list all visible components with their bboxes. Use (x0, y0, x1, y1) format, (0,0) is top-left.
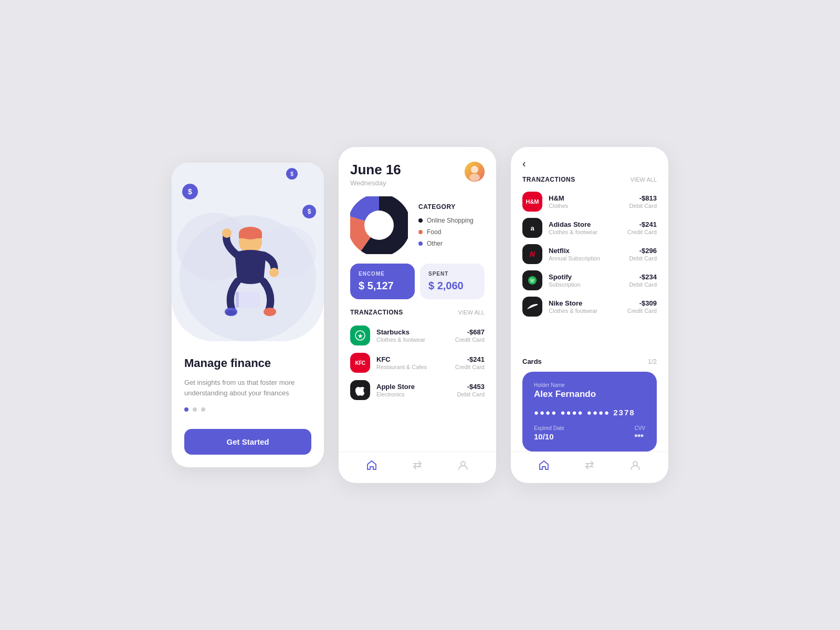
netflix-icon: N (522, 244, 542, 264)
transaction-item-spotify: Spotify Subscription -$234 Debit Card (522, 270, 657, 290)
adidas-amount: -$241 (627, 220, 657, 228)
view-all-link[interactable]: VIEW ALL (458, 309, 485, 316)
date-display: June 16 (350, 162, 401, 178)
coin-icon-3: $ (286, 168, 298, 180)
coin-icon-2: $ (302, 205, 316, 218)
hm-icon: H&M (522, 192, 542, 212)
svg-point-15 (469, 174, 480, 181)
apple-amounts: -$453 Debit Card (457, 383, 485, 397)
svg-rect-5 (239, 233, 262, 238)
svg-point-25 (633, 461, 637, 466)
screen2-dashboard: June 16 Wednesday (339, 147, 496, 483)
spotify-info: Spotify Subscription (549, 273, 623, 288)
netflix-name: Netflix (549, 247, 623, 255)
starbucks-sub: Clothes & footwear (376, 337, 449, 343)
expiry-block: Expired Date 10/10 (534, 425, 564, 441)
starbucks-info: Starbucks Clothes & footwear (376, 328, 449, 343)
income-label: ENCOME (359, 271, 406, 277)
spotify-sub: Subscription (549, 281, 623, 288)
income-amount: $ 5,127 (359, 280, 406, 292)
screen2-header: June 16 Wednesday (350, 162, 485, 187)
svg-rect-11 (236, 292, 260, 308)
card-number: ●●●● ●●●● ●●●● 2378 (534, 408, 645, 417)
nav-transfer-icon[interactable] (412, 459, 423, 474)
chart-legend: CATEGORY Online Shopping Food Other (418, 203, 474, 247)
s3-nav-profile-icon[interactable] (629, 459, 641, 474)
svg-rect-12 (236, 292, 239, 308)
transaction-item-apple: Apple Store Electronics -$453 Debit Card (350, 380, 485, 400)
svg-point-10 (226, 310, 236, 316)
starbucks-icon: ★ (350, 326, 370, 345)
nike-method: Credit Card (627, 308, 657, 314)
hm-method: Debit Card (629, 203, 657, 209)
cvv-label: CVV (634, 425, 645, 431)
screen2-content: June 16 Wednesday (339, 147, 496, 452)
apple-icon (350, 380, 370, 400)
kfc-info: KFC Restaurant & Cafes (376, 355, 449, 370)
nike-info: Nike Store Clothes & footwear (549, 299, 621, 314)
card-bottom-row: Expired Date 10/10 CVV *** (534, 425, 645, 441)
screen1-text-area: Manage finance Get insights from us that… (172, 341, 324, 467)
transaction-item-hm: H&M H&M Clothes -$813 Debit Card (522, 192, 657, 212)
kfc-icon: KFC (350, 353, 370, 373)
back-button[interactable]: ‹ (522, 158, 538, 170)
hm-amount: -$813 (629, 194, 657, 202)
spotify-method: Debit Card (629, 281, 657, 288)
svg-text:★: ★ (358, 333, 363, 339)
screens-container: $ $ $ (140, 116, 700, 514)
nike-amount: -$309 (627, 299, 657, 307)
kfc-amount: -$241 (455, 355, 485, 363)
transactions-header: TRANZACTIONS VIEW ALL (350, 309, 485, 316)
holder-label: Holder Name (534, 382, 645, 388)
date-block: June 16 Wednesday (350, 162, 401, 187)
s3-transactions-header: TRANZACTIONS VIEW ALL (522, 176, 657, 183)
bottom-nav-screen3 (511, 452, 668, 483)
nav-profile-icon[interactable] (457, 459, 469, 474)
dot-1 (184, 407, 188, 412)
s3-transaction-list: H&M H&M Clothes -$813 Debit Card a (522, 192, 657, 350)
expiry-value: 10/10 (534, 432, 564, 441)
adidas-sub: Clothes & footwear (549, 229, 621, 235)
s3-nav-transfer-icon[interactable] (584, 459, 595, 474)
spotify-amount: -$234 (629, 273, 657, 281)
legend-label-1: Food (427, 228, 441, 236)
day-display: Wednesday (350, 179, 401, 187)
transaction-item-kfc: KFC KFC Restaurant & Cafes -$241 Credit … (350, 353, 485, 373)
adidas-icon: a (522, 218, 542, 238)
get-started-button[interactable]: Get Started (184, 429, 311, 455)
adidas-method: Credit Card (627, 229, 657, 235)
hm-amounts: -$813 Debit Card (629, 194, 657, 209)
s3-view-all[interactable]: VIEW ALL (631, 176, 657, 183)
nike-name: Nike Store (549, 299, 621, 307)
nav-home-icon[interactable] (366, 459, 377, 474)
s3-nav-home-icon[interactable] (538, 459, 550, 474)
pie-chart (350, 196, 408, 254)
nike-sub: Clothes & footwear (549, 308, 621, 314)
adidas-info: Adidas Store Clothes & footwear (549, 220, 621, 235)
income-card: ENCOME $ 5,127 (350, 264, 415, 299)
hero-figure (198, 213, 298, 336)
apple-sub: Electronics (376, 391, 450, 397)
starbucks-amounts: -$687 Credit Card (455, 328, 485, 343)
s3-transactions-title: TRANZACTIONS (522, 176, 575, 183)
user-avatar[interactable] (465, 162, 485, 182)
spent-card: SPENT $ 2,060 (420, 264, 485, 299)
svg-point-6 (222, 228, 232, 238)
coin-icon-1: $ (182, 184, 198, 200)
cards-count: 1/2 (648, 358, 657, 365)
nike-icon (522, 297, 542, 317)
hero-illustration: $ $ $ (172, 163, 324, 341)
hm-name: H&M (549, 194, 623, 202)
pagination-dots (184, 407, 311, 412)
legend-item-0: Online Shopping (418, 217, 474, 224)
expiry-label: Expired Date (534, 425, 564, 431)
kfc-amounts: -$241 Credit Card (455, 355, 485, 370)
starbucks-amount: -$687 (455, 328, 485, 336)
adidas-name: Adidas Store (549, 220, 621, 228)
summary-cards: ENCOME $ 5,127 SPENT $ 2,060 (350, 264, 485, 299)
svg-point-22 (461, 461, 465, 466)
adidas-amounts: -$241 Credit Card (627, 220, 657, 235)
legend-label-2: Other (427, 240, 443, 247)
spotify-name: Spotify (549, 273, 623, 281)
legend-dot-2 (418, 242, 423, 246)
